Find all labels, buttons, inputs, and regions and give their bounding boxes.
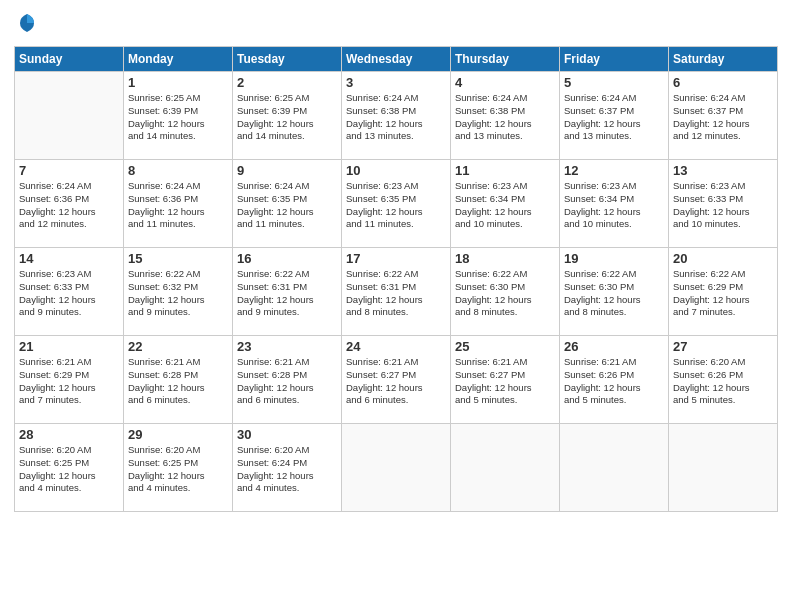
weekday-header-row: SundayMondayTuesdayWednesdayThursdayFrid… [15,47,778,72]
calendar-cell [15,72,124,160]
day-info: Sunrise: 6:24 AM Sunset: 6:37 PM Dayligh… [673,92,773,143]
calendar-cell: 1Sunrise: 6:25 AM Sunset: 6:39 PM Daylig… [124,72,233,160]
calendar-cell [342,424,451,512]
weekday-header-tuesday: Tuesday [233,47,342,72]
day-number: 27 [673,339,773,354]
day-info: Sunrise: 6:21 AM Sunset: 6:29 PM Dayligh… [19,356,119,407]
day-number: 28 [19,427,119,442]
day-info: Sunrise: 6:21 AM Sunset: 6:27 PM Dayligh… [455,356,555,407]
day-number: 4 [455,75,555,90]
day-number: 9 [237,163,337,178]
day-number: 26 [564,339,664,354]
day-number: 21 [19,339,119,354]
day-number: 11 [455,163,555,178]
header [14,10,778,38]
day-number: 3 [346,75,446,90]
logo-icon [16,12,38,38]
day-number: 30 [237,427,337,442]
calendar-cell: 11Sunrise: 6:23 AM Sunset: 6:34 PM Dayli… [451,160,560,248]
calendar-cell: 2Sunrise: 6:25 AM Sunset: 6:39 PM Daylig… [233,72,342,160]
day-info: Sunrise: 6:22 AM Sunset: 6:32 PM Dayligh… [128,268,228,319]
calendar-cell: 25Sunrise: 6:21 AM Sunset: 6:27 PM Dayli… [451,336,560,424]
calendar-cell: 7Sunrise: 6:24 AM Sunset: 6:36 PM Daylig… [15,160,124,248]
day-info: Sunrise: 6:21 AM Sunset: 6:26 PM Dayligh… [564,356,664,407]
calendar-cell: 28Sunrise: 6:20 AM Sunset: 6:25 PM Dayli… [15,424,124,512]
day-info: Sunrise: 6:22 AM Sunset: 6:29 PM Dayligh… [673,268,773,319]
day-number: 23 [237,339,337,354]
day-info: Sunrise: 6:24 AM Sunset: 6:35 PM Dayligh… [237,180,337,231]
day-info: Sunrise: 6:25 AM Sunset: 6:39 PM Dayligh… [128,92,228,143]
calendar-cell: 6Sunrise: 6:24 AM Sunset: 6:37 PM Daylig… [669,72,778,160]
calendar-cell: 29Sunrise: 6:20 AM Sunset: 6:25 PM Dayli… [124,424,233,512]
day-info: Sunrise: 6:22 AM Sunset: 6:31 PM Dayligh… [346,268,446,319]
week-row-4: 21Sunrise: 6:21 AM Sunset: 6:29 PM Dayli… [15,336,778,424]
calendar-cell: 22Sunrise: 6:21 AM Sunset: 6:28 PM Dayli… [124,336,233,424]
calendar-cell: 23Sunrise: 6:21 AM Sunset: 6:28 PM Dayli… [233,336,342,424]
weekday-header-thursday: Thursday [451,47,560,72]
week-row-2: 7Sunrise: 6:24 AM Sunset: 6:36 PM Daylig… [15,160,778,248]
calendar-cell: 18Sunrise: 6:22 AM Sunset: 6:30 PM Dayli… [451,248,560,336]
calendar-cell: 27Sunrise: 6:20 AM Sunset: 6:26 PM Dayli… [669,336,778,424]
calendar-cell: 21Sunrise: 6:21 AM Sunset: 6:29 PM Dayli… [15,336,124,424]
day-number: 25 [455,339,555,354]
week-row-1: 1Sunrise: 6:25 AM Sunset: 6:39 PM Daylig… [15,72,778,160]
calendar-cell [669,424,778,512]
calendar-cell: 26Sunrise: 6:21 AM Sunset: 6:26 PM Dayli… [560,336,669,424]
day-info: Sunrise: 6:20 AM Sunset: 6:25 PM Dayligh… [19,444,119,495]
day-number: 7 [19,163,119,178]
weekday-header-sunday: Sunday [15,47,124,72]
day-info: Sunrise: 6:24 AM Sunset: 6:38 PM Dayligh… [346,92,446,143]
day-number: 18 [455,251,555,266]
calendar-cell: 4Sunrise: 6:24 AM Sunset: 6:38 PM Daylig… [451,72,560,160]
day-info: Sunrise: 6:23 AM Sunset: 6:35 PM Dayligh… [346,180,446,231]
calendar-cell: 20Sunrise: 6:22 AM Sunset: 6:29 PM Dayli… [669,248,778,336]
weekday-header-friday: Friday [560,47,669,72]
calendar-cell: 8Sunrise: 6:24 AM Sunset: 6:36 PM Daylig… [124,160,233,248]
calendar-cell: 14Sunrise: 6:23 AM Sunset: 6:33 PM Dayli… [15,248,124,336]
day-info: Sunrise: 6:24 AM Sunset: 6:36 PM Dayligh… [128,180,228,231]
day-number: 17 [346,251,446,266]
page-container: SundayMondayTuesdayWednesdayThursdayFrid… [0,0,792,612]
day-number: 20 [673,251,773,266]
calendar-cell: 24Sunrise: 6:21 AM Sunset: 6:27 PM Dayli… [342,336,451,424]
day-info: Sunrise: 6:20 AM Sunset: 6:24 PM Dayligh… [237,444,337,495]
day-info: Sunrise: 6:22 AM Sunset: 6:31 PM Dayligh… [237,268,337,319]
day-number: 22 [128,339,228,354]
day-number: 14 [19,251,119,266]
day-number: 19 [564,251,664,266]
calendar-cell: 17Sunrise: 6:22 AM Sunset: 6:31 PM Dayli… [342,248,451,336]
weekday-header-wednesday: Wednesday [342,47,451,72]
day-info: Sunrise: 6:23 AM Sunset: 6:34 PM Dayligh… [455,180,555,231]
day-info: Sunrise: 6:25 AM Sunset: 6:39 PM Dayligh… [237,92,337,143]
calendar-cell: 16Sunrise: 6:22 AM Sunset: 6:31 PM Dayli… [233,248,342,336]
day-info: Sunrise: 6:22 AM Sunset: 6:30 PM Dayligh… [455,268,555,319]
calendar-cell: 3Sunrise: 6:24 AM Sunset: 6:38 PM Daylig… [342,72,451,160]
weekday-header-monday: Monday [124,47,233,72]
calendar-cell [560,424,669,512]
weekday-header-saturday: Saturday [669,47,778,72]
day-info: Sunrise: 6:24 AM Sunset: 6:38 PM Dayligh… [455,92,555,143]
day-info: Sunrise: 6:21 AM Sunset: 6:28 PM Dayligh… [128,356,228,407]
day-number: 29 [128,427,228,442]
calendar: SundayMondayTuesdayWednesdayThursdayFrid… [14,46,778,512]
day-number: 8 [128,163,228,178]
calendar-cell: 30Sunrise: 6:20 AM Sunset: 6:24 PM Dayli… [233,424,342,512]
day-info: Sunrise: 6:23 AM Sunset: 6:34 PM Dayligh… [564,180,664,231]
day-number: 6 [673,75,773,90]
day-number: 5 [564,75,664,90]
day-number: 2 [237,75,337,90]
calendar-cell: 9Sunrise: 6:24 AM Sunset: 6:35 PM Daylig… [233,160,342,248]
day-info: Sunrise: 6:23 AM Sunset: 6:33 PM Dayligh… [673,180,773,231]
day-info: Sunrise: 6:20 AM Sunset: 6:26 PM Dayligh… [673,356,773,407]
day-number: 16 [237,251,337,266]
day-number: 13 [673,163,773,178]
day-number: 10 [346,163,446,178]
calendar-cell [451,424,560,512]
calendar-cell: 13Sunrise: 6:23 AM Sunset: 6:33 PM Dayli… [669,160,778,248]
calendar-cell: 19Sunrise: 6:22 AM Sunset: 6:30 PM Dayli… [560,248,669,336]
day-number: 24 [346,339,446,354]
day-number: 15 [128,251,228,266]
calendar-cell: 10Sunrise: 6:23 AM Sunset: 6:35 PM Dayli… [342,160,451,248]
week-row-3: 14Sunrise: 6:23 AM Sunset: 6:33 PM Dayli… [15,248,778,336]
day-number: 12 [564,163,664,178]
